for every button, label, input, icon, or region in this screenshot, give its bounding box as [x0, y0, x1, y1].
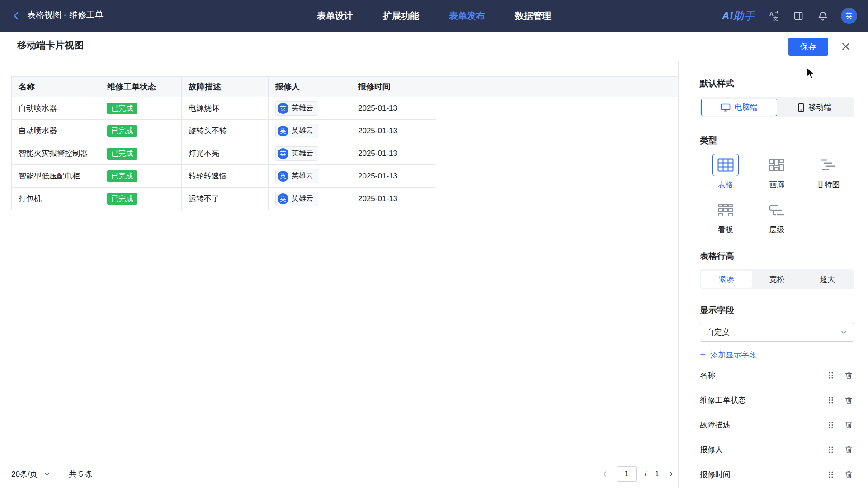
column-header-reporter[interactable]: 报修人	[269, 77, 351, 97]
phone-icon	[798, 103, 804, 112]
reporter-name: 英雄云	[292, 103, 313, 113]
field-mode-select[interactable]: 自定义	[700, 323, 854, 342]
column-header-fault[interactable]: 故障描述	[182, 77, 269, 97]
cell-time: 2025-01-13	[351, 188, 436, 210]
column-header-filler	[436, 77, 678, 97]
column-header-name[interactable]: 名称	[12, 77, 100, 97]
cell-status: 已完成	[100, 142, 182, 164]
cell-reporter: 英 英雄云	[269, 97, 351, 119]
cell-reporter: 英 英雄云	[269, 120, 351, 142]
reporter-name: 英雄云	[292, 194, 313, 203]
reporter-avatar: 英	[278, 193, 288, 204]
table-row[interactable]: 自动喷水器 已完成 电源烧坏 英 英雄云 2025-01-13	[12, 97, 436, 120]
delete-field-icon[interactable]	[844, 371, 853, 380]
field-label: 报修时间	[700, 469, 731, 480]
add-display-field-button[interactable]: + 添加显示字段	[700, 350, 854, 360]
chevron-down-icon	[44, 471, 50, 477]
column-header-status[interactable]: 维修工单状态	[100, 77, 182, 97]
nav-form-design[interactable]: 表单设计	[317, 10, 353, 22]
delete-field-icon[interactable]	[844, 470, 853, 479]
cell-fault: 旋转头不转	[182, 120, 269, 142]
prev-page-icon[interactable]	[601, 470, 609, 478]
field-label: 报修人	[700, 445, 723, 455]
row-height-title: 表格行高	[700, 250, 854, 262]
notification-bell-icon[interactable]	[817, 10, 828, 21]
reporter-tag: 英 英雄云	[275, 124, 318, 138]
table-view-area: 名称 维修工单状态 故障描述 报修人 报修时间 自动喷水器 已完成 电源烧坏 英…	[0, 61, 678, 488]
nav-data-management[interactable]: 数据管理	[515, 10, 551, 22]
kanban-type-icon	[717, 203, 734, 217]
gallery-type-icon	[769, 158, 785, 172]
cell-fault: 运转不了	[182, 188, 269, 210]
table-row[interactable]: 智能火灾报警控制器 已完成 灯光不亮 英 英雄云 2025-01-13	[12, 142, 436, 165]
cell-reporter: 英 英雄云	[269, 188, 351, 210]
default-style-title: 默认样式	[700, 78, 854, 89]
drag-handle-icon[interactable]	[828, 421, 834, 429]
field-mode-value: 自定义	[707, 327, 730, 338]
type-option-hierarchy[interactable]: 层级	[751, 199, 803, 235]
device-option-pc[interactable]: 电脑端	[701, 99, 777, 116]
type-option-table[interactable]: 表格	[700, 154, 751, 190]
language-switch-icon[interactable]: A文	[769, 10, 779, 21]
status-badge: 已完成	[107, 125, 137, 137]
nav-extensions[interactable]: 扩展功能	[383, 10, 419, 22]
table-header: 名称 维修工单状态 故障描述 报修人 报修时间	[11, 76, 678, 97]
nav-form-publish[interactable]: 表单发布	[449, 10, 485, 22]
table-row[interactable]: 智能型低压配电柜 已完成 转轮转速慢 英 英雄云 2025-01-13	[12, 165, 436, 188]
cell-status: 已完成	[100, 97, 182, 119]
delete-field-icon[interactable]	[844, 421, 853, 429]
reporter-name: 英雄云	[292, 149, 313, 158]
table-type-icon	[717, 158, 734, 172]
next-page-icon[interactable]	[667, 470, 675, 478]
ai-assistant-logo[interactable]: AI助手	[722, 9, 755, 23]
reporter-avatar: 英	[278, 171, 288, 182]
drag-handle-icon[interactable]	[828, 371, 834, 379]
table-row[interactable]: 打包机 已完成 运转不了 英 英雄云 2025-01-13	[12, 188, 436, 210]
save-button[interactable]: 保存	[788, 38, 828, 56]
table-body: 自动喷水器 已完成 电源烧坏 英 英雄云 2025-01-13 自动喷水器 已完…	[11, 97, 436, 210]
device-option-mobile[interactable]: 移动端	[777, 99, 853, 116]
table-row[interactable]: 自动喷水器 已完成 旋转头不转 英 英雄云 2025-01-13	[12, 120, 436, 142]
status-badge: 已完成	[107, 170, 137, 182]
docs-panel-icon[interactable]	[793, 10, 804, 21]
breadcrumb-title: 表格视图 - 维修工单	[27, 9, 104, 23]
type-option-kanban[interactable]: 看板	[700, 199, 751, 235]
topbar: 表格视图 - 维修工单 表单设计 扩展功能 表单发布 数据管理 AI助手 A文 …	[0, 0, 868, 32]
cell-fault: 灯光不亮	[182, 142, 269, 164]
row-height-compact[interactable]: 紧凑	[701, 271, 752, 288]
type-option-gantt[interactable]: 甘特图	[802, 154, 854, 190]
row-height-loose[interactable]: 宽松	[752, 271, 802, 288]
display-field-row: 维修工单状态	[700, 388, 854, 413]
display-field-row: 故障描述	[700, 413, 854, 437]
delete-field-icon[interactable]	[844, 446, 853, 454]
cell-status: 已完成	[100, 120, 182, 142]
user-avatar[interactable]: 英	[842, 9, 856, 23]
display-field-row: 名称	[700, 363, 854, 388]
column-header-time[interactable]: 报修时间	[351, 77, 436, 97]
svg-text:文: 文	[773, 16, 778, 21]
cell-name: 自动喷水器	[12, 120, 100, 142]
delete-field-icon[interactable]	[844, 396, 853, 404]
drag-handle-icon[interactable]	[828, 396, 834, 404]
page-number-input[interactable]	[617, 466, 637, 482]
page-size-value: 20条/页	[11, 469, 38, 479]
back-icon[interactable]	[12, 11, 21, 20]
cell-reporter: 英 英雄云	[269, 165, 351, 187]
cell-name: 自动喷水器	[12, 97, 100, 119]
row-height-segment: 紧凑 宽松 超大	[700, 269, 854, 289]
row-height-extra[interactable]: 超大	[802, 271, 853, 288]
drag-handle-icon[interactable]	[828, 471, 834, 479]
type-option-gallery[interactable]: 画廊	[751, 154, 803, 190]
reporter-tag: 英 英雄云	[275, 169, 318, 183]
reporter-tag: 英 英雄云	[275, 192, 318, 206]
reporter-name: 英雄云	[292, 126, 313, 136]
plus-icon: +	[700, 350, 706, 360]
cell-time: 2025-01-13	[351, 97, 436, 119]
page-size-select[interactable]: 20条/页	[11, 469, 50, 479]
display-field-row: 报修人	[700, 437, 854, 462]
drag-handle-icon[interactable]	[828, 446, 834, 454]
field-label: 维修工单状态	[700, 395, 746, 405]
close-icon[interactable]	[841, 42, 851, 52]
display-field-list: 名称 维修工单状态 故障描述	[700, 363, 854, 487]
cell-fault: 电源烧坏	[182, 97, 269, 119]
